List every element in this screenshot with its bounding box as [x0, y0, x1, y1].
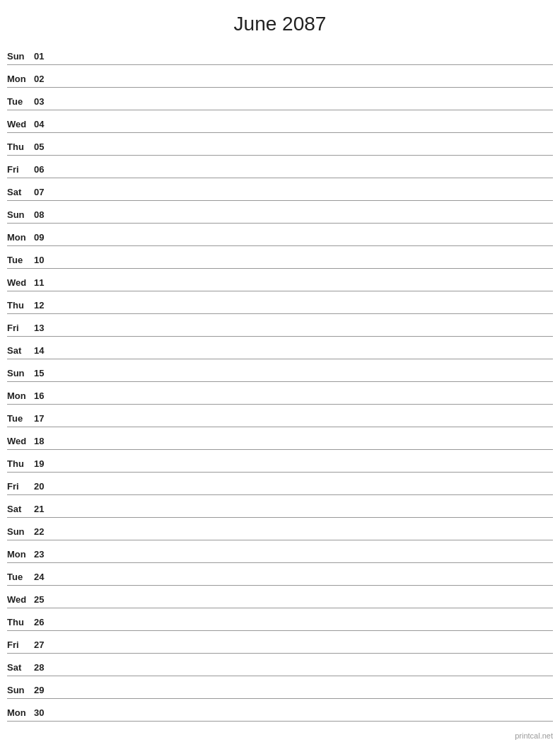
- day-name: Thu: [7, 141, 34, 155]
- day-number: 11: [34, 277, 51, 291]
- day-name: Sun: [7, 209, 34, 223]
- day-line: [51, 494, 553, 494]
- day-line: [51, 675, 553, 676]
- day-row[interactable]: Wed04: [7, 110, 553, 133]
- day-number: 06: [34, 164, 51, 178]
- day-row[interactable]: Sun29: [7, 676, 553, 699]
- day-name: Wed: [7, 119, 34, 132]
- day-number: 10: [34, 255, 51, 268]
- day-number: 07: [34, 187, 51, 200]
- day-line: [51, 584, 553, 585]
- day-row[interactable]: Wed25: [7, 586, 553, 608]
- day-name: Tue: [7, 572, 34, 585]
- day-line: [51, 177, 553, 178]
- watermark: printcal.net: [515, 731, 553, 740]
- day-row[interactable]: Sat28: [7, 654, 553, 676]
- day-line: [51, 358, 553, 359]
- day-line: [51, 630, 553, 630]
- calendar-grid: Sun01Mon02Tue03Wed04Thu05Fri06Sat07Sun08…: [0, 42, 560, 722]
- day-number: 25: [34, 594, 51, 608]
- day-line: [51, 154, 553, 155]
- day-number: 09: [34, 232, 51, 245]
- day-row[interactable]: Thu12: [7, 291, 553, 314]
- day-name: Thu: [7, 300, 34, 313]
- day-number: 24: [34, 572, 51, 585]
- day-number: 17: [34, 413, 51, 427]
- day-line: [51, 64, 553, 64]
- day-line: [51, 403, 553, 404]
- day-line: [51, 720, 553, 721]
- day-row[interactable]: Sat14: [7, 337, 553, 359]
- day-line: [51, 313, 553, 313]
- day-row[interactable]: Tue17: [7, 405, 553, 427]
- day-number: 13: [34, 323, 51, 336]
- day-row[interactable]: Thu26: [7, 608, 553, 631]
- day-row[interactable]: Tue03: [7, 88, 553, 110]
- page-title: June 2087: [0, 0, 560, 42]
- day-number: 20: [34, 481, 51, 494]
- day-line: [51, 222, 553, 223]
- day-number: 30: [34, 707, 51, 721]
- day-line: [51, 199, 553, 200]
- day-row[interactable]: Tue10: [7, 246, 553, 269]
- day-row[interactable]: Fri20: [7, 473, 553, 495]
- day-number: 16: [34, 390, 51, 404]
- day-line: [51, 86, 553, 87]
- day-row[interactable]: Sun01: [7, 42, 553, 65]
- day-name: Fri: [7, 639, 34, 653]
- day-line: [51, 290, 553, 291]
- day-row[interactable]: Wed11: [7, 269, 553, 291]
- day-name: Sun: [7, 685, 34, 698]
- day-row[interactable]: Fri27: [7, 631, 553, 654]
- day-name: Mon: [7, 74, 34, 87]
- day-number: 12: [34, 300, 51, 313]
- day-name: Mon: [7, 390, 34, 404]
- day-number: 18: [34, 436, 51, 449]
- day-number: 14: [34, 345, 51, 359]
- day-row[interactable]: Mon23: [7, 540, 553, 563]
- day-row[interactable]: Fri06: [7, 156, 553, 178]
- day-row[interactable]: Wed18: [7, 427, 553, 450]
- day-row[interactable]: Thu05: [7, 133, 553, 156]
- day-line: [51, 697, 553, 698]
- day-number: 21: [34, 504, 51, 517]
- day-line: [51, 448, 553, 449]
- day-name: Sat: [7, 187, 34, 200]
- day-number: 28: [34, 662, 51, 676]
- day-line: [51, 267, 553, 268]
- day-name: Sat: [7, 662, 34, 676]
- day-row[interactable]: Sun08: [7, 201, 553, 224]
- day-number: 03: [34, 96, 51, 110]
- day-row[interactable]: Mon16: [7, 382, 553, 405]
- day-line: [51, 471, 553, 472]
- day-row[interactable]: Mon02: [7, 65, 553, 88]
- day-row[interactable]: Sat21: [7, 495, 553, 518]
- day-name: Tue: [7, 255, 34, 268]
- day-line: [51, 381, 553, 381]
- day-name: Fri: [7, 164, 34, 178]
- day-row[interactable]: Mon09: [7, 224, 553, 246]
- day-number: 15: [34, 368, 51, 381]
- day-row[interactable]: Mon30: [7, 699, 553, 722]
- day-name: Thu: [7, 458, 34, 472]
- day-name: Wed: [7, 277, 34, 291]
- day-name: Tue: [7, 96, 34, 110]
- day-number: 26: [34, 617, 51, 630]
- day-number: 22: [34, 526, 51, 540]
- day-row[interactable]: Sat07: [7, 178, 553, 201]
- day-row[interactable]: Thu19: [7, 450, 553, 473]
- day-name: Mon: [7, 707, 34, 721]
- day-line: [51, 109, 553, 110]
- day-name: Sun: [7, 51, 34, 64]
- day-number: 05: [34, 141, 51, 155]
- day-name: Wed: [7, 436, 34, 449]
- day-name: Tue: [7, 413, 34, 427]
- day-name: Thu: [7, 617, 34, 630]
- day-row[interactable]: Fri13: [7, 314, 553, 337]
- day-number: 27: [34, 639, 51, 653]
- day-line: [51, 652, 553, 653]
- day-row[interactable]: Tue24: [7, 563, 553, 586]
- day-row[interactable]: Sun15: [7, 359, 553, 382]
- day-number: 19: [34, 458, 51, 472]
- day-row[interactable]: Sun22: [7, 518, 553, 540]
